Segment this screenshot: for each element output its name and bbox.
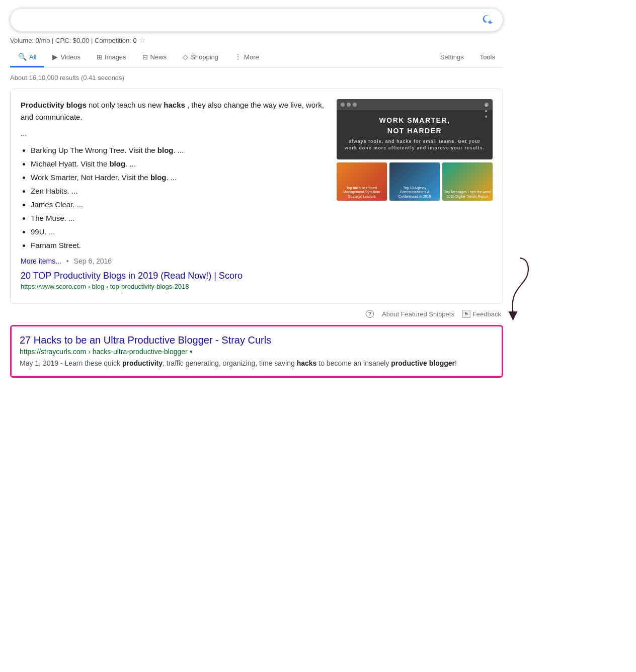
main-image-text: WORK SMARTER, NOT HARDER	[379, 115, 450, 136]
result-title[interactable]: 27 Hacks to be an Ultra Productive Blogg…	[20, 333, 494, 347]
snippet-suffix: !	[455, 359, 457, 367]
featured-result-title[interactable]: 20 TOP Productivity Blogs in 2019 (Read …	[21, 270, 327, 282]
tab-tools[interactable]: Tools	[472, 48, 503, 67]
list-item: Barking Up The Wrong Tree. Visit the blo…	[31, 143, 327, 157]
featured-bold2: hacks	[164, 101, 185, 109]
featured-images: ■ ■ ■ WORK SMARTER, NOT HARDER always to…	[337, 99, 493, 293]
tab-all[interactable]: 🔍 All	[10, 48, 44, 67]
featured-snippet-card: Productivity blogs not only teach us new…	[10, 89, 503, 304]
snippet-prefix: May 1, 2019 - Learn these quick	[20, 359, 122, 367]
featured-list: Barking Up The Wrong Tree. Visit the blo…	[21, 143, 327, 252]
result-url-row: https://straycurls.com › hacks-ultra-pro…	[20, 348, 494, 356]
tab-images[interactable]: ⊞ Images	[89, 48, 134, 67]
search-button[interactable]	[483, 14, 494, 26]
featured-snippet-text: Productivity blogs not only teach us new…	[21, 99, 327, 293]
more-tab-icon: ⋮	[234, 53, 242, 61]
thumbnail-3: Top Messages From the Artist 2019 Digita…	[442, 162, 493, 201]
separator-dot: •	[66, 257, 69, 265]
tab-settings[interactable]: Settings	[432, 48, 472, 67]
feedback-label: Feedback	[472, 310, 501, 318]
highlighted-result-card: 27 Hacks to be an Ultra Productive Blogg…	[10, 325, 503, 377]
snippet-bold2: hacks	[297, 359, 317, 367]
news-tab-icon: ⊟	[142, 53, 148, 61]
tab-tools-label: Tools	[480, 53, 495, 61]
thumb3-caption: Top Messages From the Artist 2019 Digita…	[443, 190, 492, 199]
nav-tabs: 🔍 All ▶ Videos ⊞ Images ⊟ News ◇ Shoppin…	[10, 48, 503, 68]
result-snippet: May 1, 2019 - Learn these quick producti…	[20, 358, 494, 369]
search-icon	[483, 14, 494, 25]
list-item: Work Smarter, Not Harder. Visit the blog…	[31, 171, 327, 184]
featured-desc-part1: not only teach us new	[89, 101, 164, 109]
star-icon[interactable]: ☆	[139, 36, 145, 45]
tab-images-label: Images	[105, 53, 126, 61]
featured-footer: More items... • Sep 6, 2016	[21, 257, 327, 265]
shopping-tab-icon: ◇	[183, 53, 188, 61]
featured-ellipsis: ...	[21, 127, 327, 139]
thumbnail-1: Top Institute Project Management Tops fr…	[337, 162, 387, 201]
snippet-mid1: , traffic generating, organizing, time s…	[163, 359, 297, 367]
list-item: 99U. ...	[31, 225, 327, 238]
snippet-bold3: productive blogger	[391, 359, 455, 367]
search-input[interactable]: hacks to be a productive blogger	[20, 15, 483, 25]
thumbnail-row: Top Institute Project Management Tops fr…	[337, 162, 493, 201]
tab-settings-label: Settings	[440, 53, 464, 61]
about-snippets-container: ? About Featured Snippets ⚑ Feedback	[10, 310, 503, 318]
thumb2-caption: Top 10 Agency Communications & Conferenc…	[390, 186, 439, 199]
list-item: Farnam Street.	[31, 238, 327, 252]
thumbnail-2: Top 10 Agency Communications & Conferenc…	[389, 162, 440, 201]
about-featured-text[interactable]: About Featured Snippets	[382, 310, 454, 318]
volume-bar: Volume: 0/mo | CPC: $0.00 | Competition:…	[10, 36, 626, 45]
search-bar: hacks to be a productive blogger	[10, 8, 503, 32]
results-count: About 16,10,000 results (0.41 seconds)	[10, 74, 626, 81]
url-dropdown-arrow[interactable]: ▾	[190, 349, 193, 355]
featured-result-url: https://www.scoro.com › blog › top-produ…	[21, 283, 327, 290]
flag-icon: ⚑	[462, 310, 470, 318]
list-item: James Clear. ...	[31, 198, 327, 211]
svg-marker-0	[509, 312, 518, 321]
result-url: https://straycurls.com › hacks-ultra-pro…	[20, 348, 188, 356]
featured-result-link-area: 20 TOP Productivity Blogs in 2019 (Read …	[21, 270, 327, 290]
tab-videos-label: Videos	[60, 53, 81, 61]
image-top-bar: ■ ■ ■	[337, 99, 493, 110]
all-tab-icon: 🔍	[18, 53, 27, 61]
more-items-link[interactable]: More items...	[21, 257, 61, 265]
list-item: Zen Habits. ...	[31, 184, 327, 198]
snippet-bold1: productivity	[122, 359, 163, 367]
tab-more[interactable]: ⋮ More	[226, 48, 267, 67]
tab-all-label: All	[29, 53, 36, 61]
featured-date: Sep 6, 2016	[74, 257, 112, 265]
thumb1-caption: Top Institute Project Management Tops fr…	[338, 186, 386, 199]
tab-shopping-label: Shopping	[191, 53, 218, 61]
featured-description: Productivity blogs not only teach us new…	[21, 99, 327, 123]
list-item: The Muse. ...	[31, 211, 327, 225]
tab-videos[interactable]: ▶ Videos	[44, 48, 89, 67]
about-featured-bar: ? About Featured Snippets ⚑ Feedback	[10, 310, 503, 318]
featured-bold1: Productivity blogs	[21, 101, 87, 109]
tab-news[interactable]: ⊟ News	[134, 48, 175, 67]
feedback-button[interactable]: ⚑ Feedback	[462, 310, 501, 318]
snippet-mid2: to become an insanely	[316, 359, 391, 367]
featured-main-image: ■ ■ ■ WORK SMARTER, NOT HARDER always to…	[337, 99, 493, 159]
main-image-subtitle: always tools, and hacks for small teams.…	[342, 138, 488, 151]
images-tab-icon: ⊞	[97, 53, 102, 61]
tab-shopping[interactable]: ◇ Shopping	[175, 48, 226, 67]
tab-news-label: News	[150, 53, 167, 61]
videos-tab-icon: ▶	[52, 53, 58, 61]
tab-more-label: More	[244, 53, 259, 61]
volume-text: Volume: 0/mo | CPC: $0.00 | Competition:…	[10, 37, 137, 44]
list-item: Michael Hyatt. Visit the blog. ...	[31, 157, 327, 171]
question-icon[interactable]: ?	[366, 310, 374, 318]
